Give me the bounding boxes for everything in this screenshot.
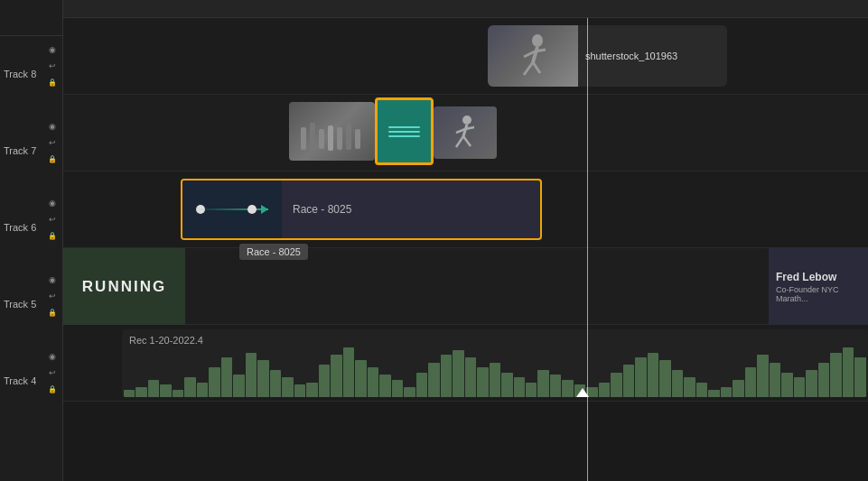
- track6-name: Track 6: [4, 222, 36, 233]
- clip-teal[interactable]: [375, 97, 434, 165]
- clip-shutterstock-thumbnail: [488, 25, 578, 87]
- track-row-track7: [63, 95, 868, 171]
- svg-rect-8: [319, 129, 324, 149]
- track4-audio-icon[interactable]: ↩: [46, 366, 59, 379]
- timeline-ruler: [63, 0, 868, 18]
- waveform-bar: [794, 377, 805, 397]
- running-feet-icon: [296, 109, 369, 154]
- waveform-bar: [355, 360, 366, 397]
- waveform-bar: [537, 370, 548, 397]
- svg-line-2: [524, 62, 533, 75]
- track5-eye-icon[interactable]: ◉: [46, 273, 59, 286]
- track-label-track8: ◉ ↩ 🔒 Track 8: [0, 36, 62, 113]
- track8-audio-icon[interactable]: ↩: [46, 60, 59, 72]
- waveform-bar: [319, 365, 330, 397]
- track-label-track6: ◉ ↩ 🔒 Track 6: [0, 190, 62, 266]
- waveform-bar: [757, 355, 768, 397]
- waveform: [122, 347, 868, 397]
- track5-audio-icon[interactable]: ↩: [46, 290, 59, 302]
- waveform-bar: [770, 363, 780, 398]
- svg-rect-7: [310, 123, 315, 150]
- waveform-bar: [526, 383, 537, 398]
- track5-lock-icon[interactable]: 🔒: [46, 306, 59, 319]
- track6-icons: ◉ ↩ 🔒: [46, 197, 59, 242]
- waveform-bar: [331, 355, 341, 397]
- clip-shutterstock-label: shutterstock_101963: [578, 25, 685, 87]
- waveform-bar: [368, 367, 378, 397]
- waveform-bar: [490, 363, 500, 398]
- race-tooltip-text: Race - 8025: [247, 246, 301, 257]
- track5-icons: ◉ ↩ 🔒: [46, 273, 59, 319]
- waveform-bar: [721, 387, 732, 397]
- track4-eye-icon[interactable]: ◉: [46, 350, 59, 363]
- track7-icons: ◉ ↩ 🔒: [46, 120, 59, 165]
- waveform-bar: [404, 387, 415, 397]
- track6-lock-icon[interactable]: 🔒: [46, 229, 59, 242]
- svg-line-1: [533, 47, 537, 62]
- waveform-bar: [246, 353, 257, 398]
- waveform-bar: [343, 347, 354, 397]
- clip-runners-feet[interactable]: [289, 102, 375, 161]
- waveform-bar: [221, 357, 232, 397]
- motion-path: [191, 196, 273, 223]
- waveform-bar: [453, 350, 463, 397]
- clip-race[interactable]: Race - 8025: [181, 179, 542, 240]
- runner-silhouette-icon: [506, 33, 560, 79]
- waveform-bar: [781, 373, 792, 398]
- small-runner-icon: [447, 115, 483, 151]
- track8-eye-icon[interactable]: ◉: [46, 43, 59, 56]
- waveform-bar: [416, 373, 427, 398]
- track7-eye-icon[interactable]: ◉: [46, 120, 59, 133]
- track6-eye-icon[interactable]: ◉: [46, 197, 59, 209]
- svg-line-5: [535, 50, 546, 51]
- clip-running[interactable]: RUNNING: [63, 248, 185, 325]
- clip-small-runner[interactable]: [434, 106, 497, 159]
- svg-rect-9: [328, 125, 333, 151]
- waveform-bar: [818, 363, 829, 398]
- waveform-bar: [173, 390, 183, 397]
- waveform-bar: [611, 373, 621, 398]
- clip-small-runner-thumb: [434, 106, 497, 159]
- waveform-bar: [294, 384, 305, 397]
- clip-race-thumbnail: [182, 180, 282, 238]
- waveform-bar: [379, 375, 390, 397]
- race-tooltip: Race - 8025: [239, 244, 308, 260]
- waveform-bar: [550, 375, 561, 397]
- track4-lock-icon[interactable]: 🔒: [46, 383, 59, 395]
- svg-rect-10: [337, 127, 342, 150]
- clip-fred-lebow[interactable]: Fred Lebow Co-Founder NYC Marath...: [769, 248, 868, 325]
- motion-arrow-head: [261, 205, 268, 214]
- track4-name: Track 4: [4, 375, 36, 386]
- clip-race-label-text: Race - 8025: [282, 203, 362, 216]
- track-label-track5: ◉ ↩ 🔒 Track 5: [0, 266, 62, 343]
- waveform-bar: [428, 363, 439, 398]
- svg-line-16: [463, 136, 471, 146]
- track-row-track5: RUNNING Fred Lebow Co-Founder NYC Marath…: [63, 248, 868, 325]
- timeline-container: ◉ ↩ 🔒 Track 8 ◉ ↩ 🔒 Track 7 ◉ ↩ 🔒 Track …: [0, 0, 868, 481]
- track-label-track4: ◉ ↩ 🔒 Track 4: [0, 343, 62, 420]
- waveform-bar: [514, 377, 525, 397]
- waveform-bar: [623, 365, 634, 397]
- waveform-bar: [209, 367, 219, 397]
- waveform-bar: [124, 390, 135, 397]
- track5-name: Track 5: [4, 299, 36, 310]
- track7-lock-icon[interactable]: 🔒: [46, 153, 59, 165]
- waveform-bar: [562, 380, 573, 397]
- track7-audio-icon[interactable]: ↩: [46, 136, 59, 149]
- waveform-bar: [184, 377, 195, 397]
- waveform-bar: [501, 373, 512, 398]
- clip-shutterstock[interactable]: shutterstock_101963: [488, 25, 727, 87]
- waveform-bar: [392, 380, 403, 397]
- track6-audio-icon[interactable]: ↩: [46, 213, 59, 226]
- waveform-bar: [465, 357, 476, 397]
- waveform-bar: [233, 375, 244, 397]
- svg-rect-6: [301, 127, 306, 150]
- waveform-bar: [672, 370, 683, 397]
- track7-name: Track 7: [4, 145, 36, 156]
- svg-line-15: [456, 136, 463, 147]
- clip-audio[interactable]: Rec 1-20-2022.4: [122, 329, 868, 397]
- track8-lock-icon[interactable]: 🔒: [46, 76, 59, 88]
- waveform-bar: [599, 383, 610, 398]
- waveform-bar: [696, 383, 707, 398]
- track-rows: shutterstock_101963: [63, 18, 868, 402]
